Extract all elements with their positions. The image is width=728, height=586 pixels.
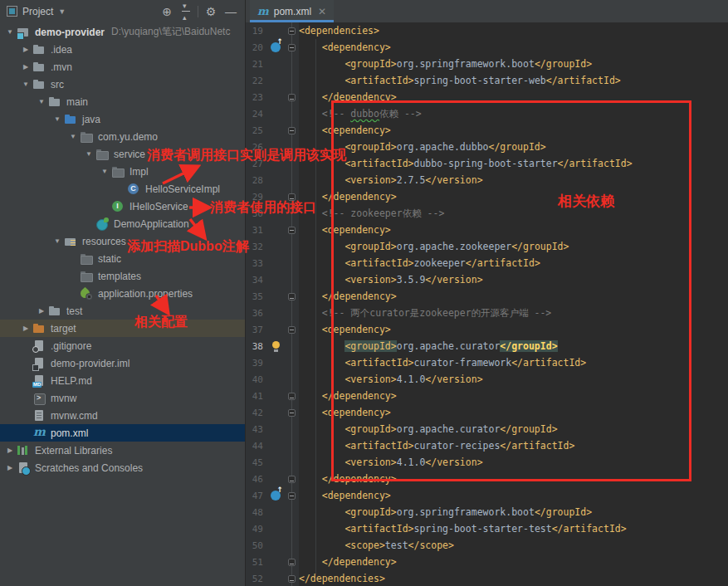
code-line[interactable]: 29 </dependency> xyxy=(246,188,728,205)
code-text[interactable]: </dependency> xyxy=(299,191,397,203)
tree-row[interactable]: mvnw xyxy=(0,389,245,407)
expander-icon[interactable]: ▶ xyxy=(19,63,32,71)
line-number[interactable]: 37 xyxy=(246,325,267,335)
fold-marker-icon[interactable] xyxy=(288,476,296,483)
fold-marker-icon[interactable] xyxy=(288,409,296,417)
code-line[interactable]: 46 </dependency> xyxy=(246,471,728,487)
locate-file-icon[interactable]: ⊕ xyxy=(159,4,174,19)
code-text[interactable]: <!-- zookeeper依赖 --> xyxy=(299,208,444,220)
code-text[interactable]: <groupId>org.springframework.boot</group… xyxy=(299,506,592,518)
tree-row[interactable]: ▶ .idea xyxy=(0,41,245,58)
code-editor[interactable]: 19 <dependencies> 20 <dependency> 21 <gr… xyxy=(246,22,728,586)
tree-row[interactable]: HELP.md xyxy=(0,372,245,389)
line-number[interactable]: 31 xyxy=(246,225,267,236)
code-line[interactable]: 34 <version>3.5.9</version> xyxy=(246,271,728,288)
fold-marker-icon[interactable] xyxy=(288,44,296,51)
line-number[interactable]: 50 xyxy=(246,540,267,551)
code-line[interactable]: 33 <artifactId>zookeeper</artifactId> xyxy=(246,255,728,271)
line-number[interactable]: 28 xyxy=(246,175,267,186)
line-number[interactable]: 45 xyxy=(246,457,267,468)
line-number[interactable]: 38 xyxy=(246,341,267,352)
expander-icon[interactable]: ▶ xyxy=(19,325,32,332)
fold-marker-icon[interactable] xyxy=(288,326,296,334)
intention-bulb-icon[interactable] xyxy=(272,341,280,349)
code-line[interactable]: 31 <dependency> xyxy=(246,222,728,238)
line-number[interactable]: 27 xyxy=(246,159,267,169)
code-text[interactable]: <artifactId>spring-boot-starter-web</art… xyxy=(299,75,621,86)
tree-row[interactable]: HelloServiceImpl xyxy=(0,180,245,198)
code-text[interactable]: <artifactId>dubbo-spring-boot-starter</a… xyxy=(299,158,633,169)
code-line[interactable]: 35 </dependency> xyxy=(246,288,728,305)
code-text[interactable]: </dependency> xyxy=(299,291,397,302)
tree-row[interactable]: application.properties xyxy=(0,285,245,302)
code-text[interactable]: <artifactId>spring-boot-starter-test</ar… xyxy=(299,523,627,535)
tree-row[interactable]: ▼ service xyxy=(0,145,245,163)
code-line[interactable]: 42 <dependency> xyxy=(246,404,728,421)
line-number[interactable]: 34 xyxy=(246,275,267,286)
code-line[interactable]: 52 </dependencies> xyxy=(246,570,728,586)
code-text[interactable]: <groupId>org.apache.curator</groupId> xyxy=(299,340,558,352)
line-number[interactable]: 43 xyxy=(246,424,267,435)
code-text[interactable]: </dependency> xyxy=(299,556,397,568)
expander-icon[interactable]: ▼ xyxy=(51,237,64,245)
expander-icon[interactable]: ▼ xyxy=(66,133,80,140)
line-number[interactable]: 33 xyxy=(246,258,267,269)
line-number[interactable]: 49 xyxy=(246,524,267,535)
code-text[interactable]: <version>4.1.0</version> xyxy=(299,457,483,468)
code-line[interactable]: 49 <artifactId>spring-boot-starter-test<… xyxy=(246,520,728,537)
close-tab-icon[interactable]: ✕ xyxy=(318,6,326,17)
code-line[interactable]: 20 <dependency> xyxy=(246,39,728,56)
expander-icon[interactable]: ▶ xyxy=(19,46,32,53)
project-view-selector[interactable]: Project ▼ xyxy=(7,6,66,17)
line-number[interactable]: 20 xyxy=(246,42,267,53)
code-line[interactable]: 50 <scope>test</scope> xyxy=(246,537,728,554)
tree-row[interactable]: mvnw.cmd xyxy=(0,407,245,424)
tree-row[interactable]: ▶ .mvn xyxy=(0,58,245,76)
code-text[interactable]: <version>3.5.9</version> xyxy=(299,274,483,286)
code-text[interactable]: </dependencies> xyxy=(299,573,385,584)
line-number[interactable]: 52 xyxy=(246,574,267,584)
line-number[interactable]: 51 xyxy=(246,557,267,568)
line-number[interactable]: 42 xyxy=(246,408,267,418)
tree-row[interactable]: templates xyxy=(0,267,245,285)
collapse-all-icon[interactable] xyxy=(179,5,193,18)
code-line[interactable]: 27 <artifactId>dubbo-spring-boot-starter… xyxy=(246,155,728,172)
expander-icon[interactable]: ▼ xyxy=(98,168,111,175)
expander-icon[interactable]: ▼ xyxy=(3,28,17,36)
code-text[interactable]: <dependency> xyxy=(299,125,391,136)
code-text[interactable]: <dependency> xyxy=(299,42,391,53)
tree-row[interactable]: ▼ com.yu.demo xyxy=(0,128,245,145)
code-text[interactable]: <groupId>org.apache.zookeeper</groupId> xyxy=(299,241,569,252)
code-line[interactable]: 37 <dependency> xyxy=(246,321,728,338)
tree-row[interactable]: static xyxy=(0,250,245,267)
fold-marker-icon[interactable] xyxy=(288,127,296,134)
line-number[interactable]: 30 xyxy=(246,208,267,219)
code-line[interactable]: 30 <!-- zookeeper依赖 --> xyxy=(246,205,728,222)
code-line[interactable]: 51 </dependency> xyxy=(246,554,728,570)
code-line[interactable]: 32 <groupId>org.apache.zookeeper</groupI… xyxy=(246,238,728,255)
line-number[interactable]: 46 xyxy=(246,474,267,485)
line-number[interactable]: 41 xyxy=(246,391,267,402)
line-number[interactable]: 21 xyxy=(246,59,267,70)
code-line[interactable]: 28 <version>2.7.5</version> xyxy=(246,172,728,188)
code-text[interactable]: <version>2.7.5</version> xyxy=(299,174,483,186)
code-line[interactable]: 41 </dependency> xyxy=(246,388,728,404)
code-text[interactable]: <dependency> xyxy=(299,490,391,501)
hide-panel-icon[interactable]: — xyxy=(223,4,238,19)
tree-row[interactable]: demo-provider.iml xyxy=(0,354,245,372)
code-text[interactable]: <dependency> xyxy=(299,324,391,335)
fold-marker-icon[interactable] xyxy=(288,393,296,400)
code-line[interactable]: 43 <groupId>org.apache.curator</groupId> xyxy=(246,421,728,437)
code-line[interactable]: 22 <artifactId>spring-boot-starter-web</… xyxy=(246,72,728,89)
expander-icon[interactable]: ▼ xyxy=(35,98,48,105)
code-text[interactable]: <artifactId>zookeeper</artifactId> xyxy=(299,257,540,269)
fold-marker-icon[interactable] xyxy=(288,293,296,300)
tree-row[interactable]: ▶ Scratches and Consoles xyxy=(0,459,245,476)
tree-row[interactable]: DemoApplication xyxy=(0,215,245,232)
code-text[interactable]: <!-- dubbo依赖 --> xyxy=(299,108,422,120)
tree-row[interactable]: ▶ test xyxy=(0,302,245,320)
code-line[interactable]: 40 <version>4.1.0</version> xyxy=(246,371,728,388)
line-number[interactable]: 26 xyxy=(246,142,267,153)
code-line[interactable]: 38 <groupId>org.apache.curator</groupId> xyxy=(246,338,728,354)
line-number[interactable]: 44 xyxy=(246,441,267,452)
